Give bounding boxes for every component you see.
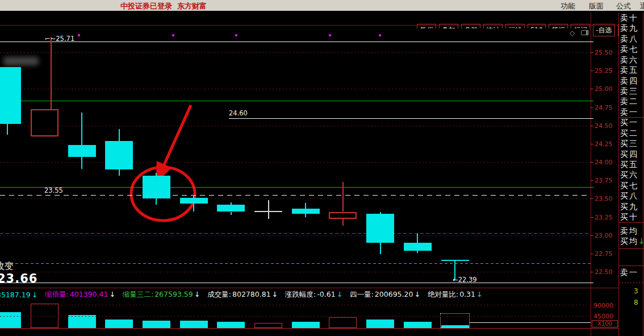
ladder-buy-8[interactable]: 买九 xyxy=(619,201,644,212)
candle-wick-upper xyxy=(305,203,306,209)
period-dot xyxy=(235,34,237,36)
volume-bar xyxy=(366,320,394,328)
price-axis-label: 23.75 xyxy=(595,177,613,184)
ladder-buy-2[interactable]: 买三 xyxy=(619,138,644,149)
price-axis-label: 23.50 xyxy=(595,195,613,202)
arrow-down-icon: ↓ xyxy=(272,290,278,300)
status-label: 绝对量比: xyxy=(428,290,458,300)
menu-item-2[interactable]: 公式 xyxy=(616,1,631,11)
price-line-24.84 xyxy=(0,101,591,101)
ladder-buy-3[interactable]: 买四 xyxy=(619,149,644,160)
status-item-1: 缩倍量:401390.41↓ xyxy=(45,290,115,300)
status-item-3: 成交量:802780.81↓ xyxy=(207,290,278,300)
menu-item-3[interactable]: 退 xyxy=(640,1,644,11)
ladder-sell-avg[interactable]: 卖均 xyxy=(619,226,644,237)
ladder-sell-9[interactable]: 卖一 xyxy=(619,107,644,118)
price-line-23.66 xyxy=(0,187,591,188)
price-axis-tick xyxy=(591,144,593,144)
price-line-23.55 xyxy=(0,195,591,196)
volume-bar xyxy=(180,321,208,328)
ladder-sell-4[interactable]: 卖六 xyxy=(619,55,644,65)
grid-line xyxy=(0,89,591,89)
volume-bar xyxy=(254,323,282,328)
grid-line xyxy=(0,235,591,236)
volume-bar xyxy=(105,320,133,328)
price-axis-tick xyxy=(591,180,593,181)
volume-pane[interactable] xyxy=(0,301,591,336)
ladder-sell-1[interactable]: 卖九 xyxy=(619,23,644,34)
price-line-23.03 xyxy=(0,233,591,234)
candle-wick-lower xyxy=(7,124,8,135)
grid-line xyxy=(0,126,591,126)
ladder-footer-sell[interactable]: 卖一 xyxy=(619,267,644,278)
volume-bar xyxy=(329,317,357,328)
ladder-buy-0[interactable]: 买一 xyxy=(619,117,644,128)
candle-wick-lower xyxy=(231,212,232,215)
ladder-sell-0[interactable]: 卖十 xyxy=(619,13,644,23)
right-edge-border xyxy=(643,13,643,336)
status-value: 267593.59 xyxy=(154,290,193,300)
ladder-buy-6[interactable]: 买七 xyxy=(619,180,644,191)
status-value: -0.61 xyxy=(317,290,335,300)
arrow-down-icon: ↓ xyxy=(337,290,342,300)
candle-wick-upper xyxy=(193,195,194,198)
ladder-buy-1[interactable]: 买二 xyxy=(619,128,644,139)
indicator-status-bar: 35187.19↓缩倍量:401390.41↓缩量三二:267593.59↓成交… xyxy=(0,288,591,301)
ladder-buy-4[interactable]: 买五 xyxy=(619,159,644,170)
ladder-sell-3[interactable]: 卖七 xyxy=(619,44,644,55)
candle-wick-upper xyxy=(380,212,381,214)
price-axis-label: 24.25 xyxy=(595,140,613,148)
status-value: 35187.19 xyxy=(0,291,31,299)
red-annotation-overlay xyxy=(0,28,591,288)
arrow-down-icon: ↓ xyxy=(32,291,37,299)
menu-item-0[interactable]: 功能 xyxy=(561,1,575,11)
price-axis-tick xyxy=(591,107,593,108)
ladder-sell-8[interactable]: 卖二 xyxy=(619,96,644,107)
line-price-label: 24.60 xyxy=(229,109,248,117)
price-axis-tick xyxy=(591,272,593,272)
price-line-22.62 xyxy=(0,263,591,264)
volume-grid-line xyxy=(0,316,591,317)
candle-wick-lower xyxy=(81,157,82,169)
diamond-icon[interactable]: ◇ xyxy=(570,29,575,37)
price-axis-tick xyxy=(591,162,593,163)
candle-body xyxy=(329,212,357,219)
ladder-sell-6[interactable]: 卖四 xyxy=(619,76,644,86)
volume-baseline xyxy=(0,328,644,329)
axis-tick-line xyxy=(591,118,593,119)
arrow-down-icon: ↓ xyxy=(194,290,200,300)
candle-wick-lower xyxy=(193,204,194,211)
status-value: 802780.81 xyxy=(232,290,271,300)
price-axis-tick xyxy=(591,198,593,199)
ladder-buy-7[interactable]: 买八 xyxy=(619,190,644,201)
price-axis-tick xyxy=(591,217,593,218)
price-axis-label: 24.75 xyxy=(595,104,613,111)
menu-item-1[interactable]: 版面 xyxy=(589,1,604,11)
panel-toggle-icon[interactable] xyxy=(581,30,589,35)
price-axis-tick xyxy=(591,89,593,89)
candlestick-chart[interactable]: 改变 23.66 ◇ ⌐~25.7124.6023.55←22.39 xyxy=(0,28,591,288)
toolbar-button-8[interactable]: -自选 xyxy=(593,24,614,36)
price-axis-tick xyxy=(591,70,593,71)
arrow-down-icon: ↓ xyxy=(414,290,420,300)
price-line-24.6 xyxy=(229,118,591,119)
volume-cursor-box[interactable] xyxy=(440,313,470,328)
ladder-buy-9[interactable]: 买十 xyxy=(619,211,644,222)
ladder-sell-5[interactable]: 卖五 xyxy=(619,65,644,76)
ladder-sell-7[interactable]: 卖三 xyxy=(619,86,644,97)
ladder-sell-2[interactable]: 卖八 xyxy=(619,34,644,44)
red-arrow-annotation xyxy=(158,105,191,179)
price-axis-tick xyxy=(591,254,593,254)
ref-price-label: 23.55 xyxy=(44,186,63,194)
ladder-footer-digit: 8 xyxy=(634,298,638,306)
high-price-label: ⌐~25.71 xyxy=(45,35,74,43)
volume-bar xyxy=(404,322,432,328)
axis-tick-line xyxy=(591,42,593,42)
volume-grid-line xyxy=(0,305,591,305)
ladder-buy-5[interactable]: 买六 xyxy=(619,169,644,180)
ladder-buy-avg[interactable]: 买均↓ xyxy=(619,236,644,247)
side-panel-border xyxy=(618,13,619,336)
ladder-dotted-separator xyxy=(619,283,644,283)
status-label: 四一量: xyxy=(350,290,374,300)
candle-body xyxy=(0,67,21,124)
